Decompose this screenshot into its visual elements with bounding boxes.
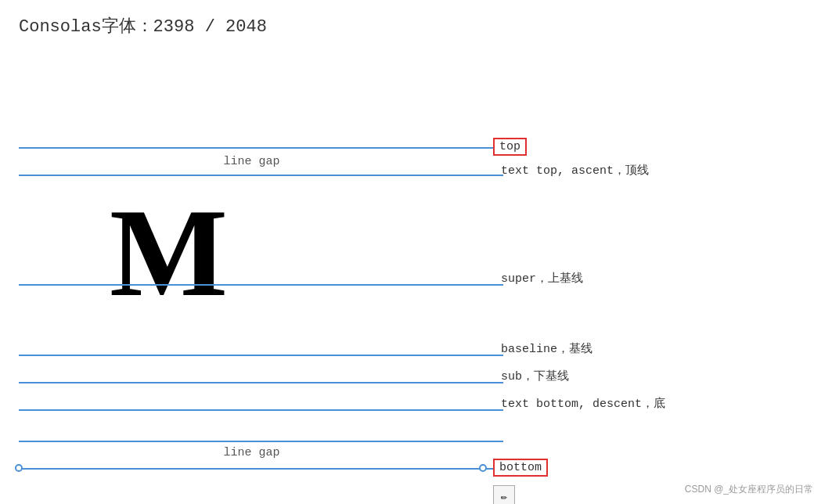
circle-left	[15, 464, 23, 472]
bottom-linegap-line	[19, 441, 503, 442]
bottom-line	[19, 468, 503, 470]
bottom-label-box: bottom	[493, 459, 548, 477]
pencil-icon: ✏️	[501, 490, 507, 503]
sub-line	[19, 382, 503, 383]
line-gap-top-label: line gap	[0, 155, 503, 168]
line-gap-bottom-label: line gap	[0, 446, 503, 459]
top-label-box: top	[493, 138, 527, 156]
text-bottom-line	[19, 409, 503, 411]
page-title: Consolas字体：2398 / 2048	[0, 0, 832, 45]
top-line	[19, 147, 503, 149]
text-top-line	[19, 175, 503, 176]
edit-icon-box[interactable]: ✏️	[493, 485, 515, 504]
baseline-line	[19, 355, 503, 356]
diagram-area: top line gap text top, ascent，顶线 M super…	[0, 53, 832, 504]
sub-label: sub，下基线	[501, 369, 816, 383]
text-bottom-descent-label: text bottom, descent，底	[501, 396, 816, 411]
super-label: super，上基线	[501, 271, 816, 286]
circle-right	[479, 464, 487, 472]
baseline-label: baseline，基线	[501, 341, 816, 356]
super-line	[19, 284, 503, 286]
letter-m: M	[110, 190, 228, 315]
watermark: CSDN @_处女座程序员的日常	[685, 483, 813, 496]
text-top-ascent-label: text top, ascent，顶线	[501, 163, 816, 178]
